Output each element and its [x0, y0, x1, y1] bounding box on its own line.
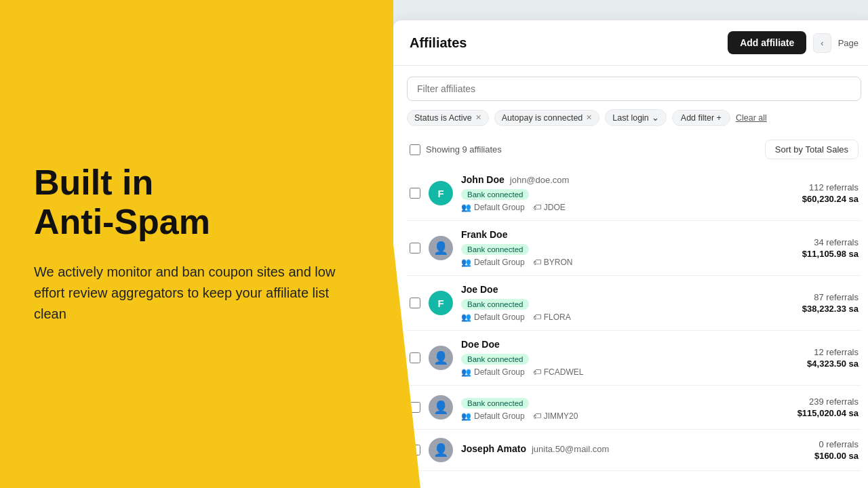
avatar: 👤 — [429, 395, 453, 420]
meta-row: 👥 Default Group 🏷 JIMMY20 — [461, 411, 742, 421]
sort-by-total-sales-button[interactable]: Sort by Total Sales — [765, 140, 859, 159]
search-input[interactable] — [407, 77, 861, 101]
sales-amount: $11,105.98 sa — [802, 249, 859, 259]
group-icon: 👥 — [461, 411, 471, 421]
avatar: F — [429, 291, 453, 315]
table-header-row: Showing 9 affiliates Sort by Total Sales — [407, 136, 861, 163]
table-row: 👤 Doe Doe Bank connected 👥 Default Group — [407, 331, 861, 386]
table-row: F Joe Doe Bank connected 👥 Default Group — [407, 276, 861, 331]
hero-subtitle: We actively monitor and ban coupon sites… — [34, 262, 359, 325]
table-row: 👤 Bank connected 👥 Default Group — [407, 386, 861, 430]
row-checkbox[interactable] — [410, 188, 420, 199]
coupon-info: 🏷 JDOE — [533, 203, 566, 212]
avatar: 👤 — [429, 438, 453, 462]
meta-row: 👥 Default Group 🏷 FCADWEL — [461, 367, 742, 377]
sales-amount: $60,230.24 sa — [802, 194, 859, 204]
remove-autopay-filter-icon[interactable]: ✕ — [586, 113, 592, 122]
add-affiliate-button[interactable]: Add affiliate — [728, 31, 806, 54]
app-window: Affiliates Add affiliate ‹ Page Status i… — [393, 20, 868, 488]
referrals-count: 239 referrals — [809, 396, 859, 407]
coupon-icon: 🏷 — [533, 312, 541, 322]
filter-last-login[interactable]: Last login ⌄ — [605, 109, 667, 126]
group-icon: 👥 — [461, 258, 471, 267]
affiliate-stats: 112 referrals $60,230.24 sa — [750, 182, 859, 204]
affiliate-email: john@doe.com — [510, 175, 570, 185]
coupon-icon: 🏷 — [533, 258, 541, 267]
table-row: 👤 Joseph Amato junita.50@mail.com 0 refe… — [407, 430, 861, 471]
remove-status-filter-icon[interactable]: ✕ — [475, 113, 481, 122]
chevron-down-icon: ⌄ — [652, 113, 659, 123]
affiliate-name-row: Joe Doe — [461, 284, 742, 295]
group-info: 👥 Default Group — [461, 203, 525, 212]
avatar: 👤 — [429, 346, 453, 370]
table-row: 👤 Frank Doe Bank connected 👥 Default Gro… — [407, 221, 861, 276]
affiliate-stats: 0 referrals $160.00 sa — [750, 439, 859, 461]
meta-row: 👥 Default Group 🏷 FLORA — [461, 312, 742, 322]
affiliate-stats: 34 referrals $11,105.98 sa — [750, 237, 859, 259]
group-info: 👥 Default Group — [461, 411, 525, 421]
left-panel: Built in Anti-Spam We actively monitor a… — [0, 0, 393, 488]
header-actions: Add affiliate ‹ Page — [728, 31, 859, 54]
referrals-count: 87 referrals — [814, 292, 859, 302]
right-panel: Affiliates Add affiliate ‹ Page Status i… — [393, 0, 868, 488]
bank-connected-badge: Bank connected — [461, 189, 529, 200]
affiliate-name: John Doe — [461, 174, 505, 185]
meta-row: 👥 Default Group 🏷 JDOE — [461, 203, 742, 212]
referrals-count: 0 referrals — [818, 439, 859, 449]
affiliate-name: Frank Doe — [461, 229, 507, 240]
affiliate-info: John Doe john@doe.com Bank connected 👥 D… — [461, 174, 742, 212]
affiliate-info: Joseph Amato junita.50@mail.com — [461, 443, 742, 457]
affiliate-name: Doe Doe — [461, 339, 500, 350]
page-label: Page — [838, 38, 859, 48]
referrals-count: 112 referrals — [809, 182, 859, 192]
bank-connected-badge: Bank connected — [461, 354, 529, 365]
sales-amount: $115,020.04 sa — [797, 408, 859, 418]
referrals-count: 34 referrals — [814, 237, 859, 247]
affiliate-info: Bank connected 👥 Default Group 🏷 JIMMY20 — [461, 394, 742, 421]
coupon-icon: 🏷 — [533, 203, 541, 212]
group-icon: 👥 — [461, 312, 471, 322]
filter-autopay-connected[interactable]: Autopay is connected ✕ — [494, 110, 600, 126]
bank-connected-badge: Bank connected — [461, 398, 529, 409]
affiliate-stats: 87 referrals $38,232.33 sa — [750, 292, 859, 314]
row-checkbox[interactable] — [410, 298, 420, 308]
showing-count: Showing 9 affiliates — [410, 144, 502, 155]
sales-amount: $38,232.33 sa — [802, 304, 859, 314]
prev-page-button[interactable]: ‹ — [813, 33, 831, 53]
affiliate-info: Doe Doe Bank connected 👥 Default Group 🏷… — [461, 339, 742, 377]
affiliate-email: junita.50@mail.com — [532, 444, 609, 454]
group-info: 👥 Default Group — [461, 312, 525, 322]
bank-connected-badge: Bank connected — [461, 244, 529, 255]
page-title: Affiliates — [410, 35, 467, 51]
affiliate-name-row: Frank Doe — [461, 229, 742, 240]
group-icon: 👥 — [461, 203, 471, 212]
clear-all-button[interactable]: Clear all — [736, 113, 767, 123]
affiliate-name: Joseph Amato — [461, 443, 526, 454]
affiliate-stats: 12 referrals $4,323.50 sa — [750, 347, 859, 369]
table-row: F John Doe john@doe.com Bank connected 👥… — [407, 166, 861, 221]
affiliate-name-row: Joseph Amato junita.50@mail.com — [461, 443, 742, 454]
meta-row: 👥 Default Group 🏷 BYRON — [461, 258, 742, 267]
affiliate-info: Joe Doe Bank connected 👥 Default Group 🏷… — [461, 284, 742, 322]
app-content: Status is Active ✕ Autopay is connected … — [393, 66, 868, 488]
coupon-info: 🏷 FCADWEL — [533, 367, 584, 377]
avatar: F — [429, 181, 453, 205]
affiliate-list: F John Doe john@doe.com Bank connected 👥… — [407, 166, 861, 471]
coupon-icon: 🏷 — [533, 411, 541, 421]
affiliate-name: Joe Doe — [461, 284, 498, 295]
row-checkbox[interactable] — [410, 352, 420, 363]
sales-amount: $160.00 sa — [814, 451, 859, 461]
hero-title: Built in Anti-Spam — [34, 163, 359, 241]
row-checkbox[interactable] — [410, 243, 420, 253]
affiliate-name-row: Doe Doe — [461, 339, 742, 350]
add-filter-button[interactable]: Add filter + — [672, 110, 730, 126]
affiliate-stats: 239 referrals $115,020.04 sa — [750, 396, 859, 418]
app-header: Affiliates Add affiliate ‹ Page — [393, 20, 868, 66]
select-all-checkbox[interactable] — [410, 144, 420, 155]
coupon-info: 🏷 JIMMY20 — [533, 411, 578, 421]
filter-status-active[interactable]: Status is Active ✕ — [407, 110, 489, 126]
coupon-info: 🏷 BYRON — [533, 258, 573, 267]
avatar: 👤 — [429, 236, 453, 260]
filters-row: Status is Active ✕ Autopay is connected … — [407, 109, 861, 126]
group-info: 👥 Default Group — [461, 258, 525, 267]
